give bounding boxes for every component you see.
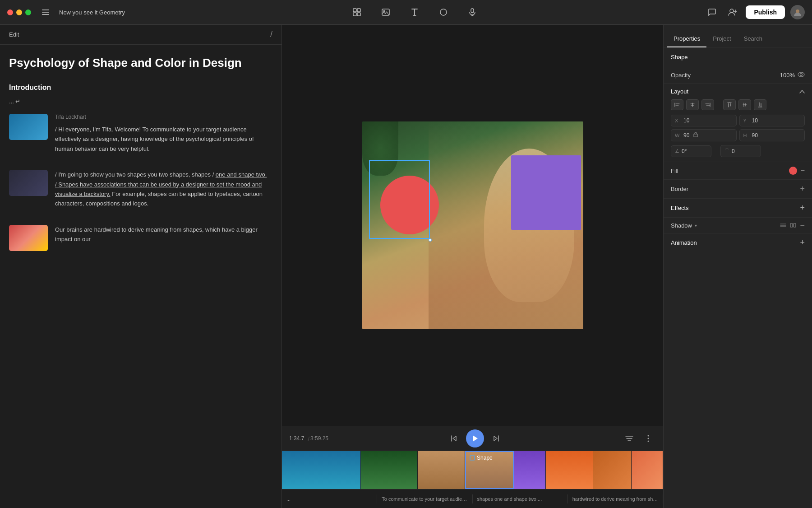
w-field[interactable]: W 90 [671, 129, 737, 141]
caption-4[interactable]: hardwired to derive meaning from shapes,… [568, 494, 663, 503]
align-middle-btn[interactable] [738, 99, 751, 110]
layout-section: Layout [664, 84, 812, 162]
para-2: / I'm going to show you two shapes you t… [55, 170, 268, 209]
timeline-right-controls [622, 431, 656, 446]
svg-point-13 [648, 435, 649, 437]
content-row-2: / I'm going to show you two shapes you t… [9, 170, 268, 216]
menu-icon[interactable] [39, 6, 52, 19]
svg-point-9 [440, 9, 447, 15]
minimize-button[interactable] [16, 9, 22, 15]
shadow-caret[interactable]: ▾ [695, 223, 697, 228]
align-right-btn[interactable] [701, 99, 714, 110]
timeline-area: 1:34.7 / 3:59.25 [282, 426, 663, 451]
chevron-up-icon[interactable] [799, 88, 805, 95]
filmstrip[interactable]: Shape [282, 451, 663, 489]
film-thumb-3[interactable] [418, 451, 465, 489]
tab-project[interactable]: Project [706, 31, 737, 47]
image-tool[interactable] [378, 4, 394, 20]
film-thumb-2[interactable] [361, 451, 418, 489]
thumbnail-3 [9, 225, 48, 251]
w-label: W [675, 133, 681, 138]
link-icon[interactable] [693, 132, 698, 139]
y-field[interactable]: Y 10 [739, 115, 805, 126]
shadow-label: Shadow [671, 222, 692, 229]
shadow-icons: − [780, 221, 805, 229]
corner-field[interactable]: ⌒ 0 [720, 145, 761, 157]
border-add-button[interactable]: + [800, 184, 805, 194]
svg-point-12 [796, 9, 799, 13]
caption-1[interactable]: ... [282, 494, 377, 503]
user-plus-icon[interactable] [725, 5, 740, 20]
mic-tool[interactable] [464, 4, 480, 20]
caption-3[interactable]: shapes one and shape two.... [473, 494, 568, 503]
edit-label: Edit [9, 31, 19, 38]
caption-2[interactable]: To communicate to your target audience..… [377, 494, 472, 503]
project-title: Now you see it Geometry [59, 9, 125, 16]
play-button[interactable] [466, 429, 484, 447]
animation-add-button[interactable]: + [800, 238, 805, 247]
skip-forward-button[interactable] [489, 431, 504, 446]
x-field[interactable]: X 10 [671, 115, 737, 126]
total-time: 3:59.25 [310, 435, 328, 442]
close-button[interactable] [7, 9, 13, 15]
tab-search[interactable]: Search [738, 31, 769, 47]
content-row-1: Tifa Lockhart / Hi everyone, I'm Tifa. W… [9, 114, 268, 161]
tab-properties[interactable]: Properties [667, 31, 706, 47]
video-preview[interactable] [362, 121, 583, 329]
shape-tool[interactable] [435, 4, 452, 20]
current-time: 1:34.7 [289, 435, 304, 442]
underline-text: one and shape two. / Shapes have associa… [55, 171, 267, 197]
text-tool[interactable] [406, 4, 423, 20]
timeline-sort-icon[interactable] [622, 431, 637, 446]
opacity-value: 100% [780, 72, 805, 79]
align-top-btn[interactable] [723, 99, 736, 110]
svg-rect-0 [42, 9, 49, 10]
shadow-preset-icon[interactable] [790, 223, 796, 228]
x-value: 10 [683, 117, 689, 124]
captions-bar: ... To communicate to your target audien… [282, 489, 663, 508]
traffic-lights [7, 9, 31, 15]
topbar-tools [130, 4, 699, 20]
film-thumb-4[interactable] [514, 451, 546, 489]
avatar[interactable] [790, 5, 805, 19]
align-center-btn[interactable] [686, 99, 699, 110]
fullscreen-button[interactable] [25, 9, 31, 15]
fill-row: Fill − [664, 162, 812, 180]
film-thumb-1[interactable] [282, 451, 361, 489]
text-block-3: Our brains are hardwired to derive meani… [55, 225, 268, 252]
film-thumb-6[interactable] [593, 451, 631, 489]
publish-button[interactable]: Publish [746, 5, 785, 19]
text-block-1: Tifa Lockhart / Hi everyone, I'm Tifa. W… [55, 114, 268, 161]
film-thumb-5[interactable] [546, 451, 593, 489]
fill-remove-button[interactable]: − [801, 167, 805, 175]
skip-back-button[interactable] [446, 431, 461, 446]
center-column: 1:34.7 / 3:59.25 [282, 25, 663, 508]
border-label: Border [671, 186, 688, 192]
effects-row: Effects + [664, 199, 812, 218]
selection-handle[interactable] [429, 238, 432, 242]
chat-icon[interactable] [704, 5, 720, 20]
timeline-more-icon[interactable] [641, 431, 656, 446]
left-panel-content[interactable]: Psychology of Shape and Color in Design … [0, 45, 281, 508]
preview-container [282, 25, 663, 426]
shadow-left: Shadow ▾ [671, 222, 697, 229]
align-bottom-btn[interactable] [754, 99, 766, 110]
h-field[interactable]: H 90 [739, 129, 805, 141]
para-3: Our brains are hardwired to derive meani… [55, 225, 268, 244]
y-value: 10 [752, 117, 758, 124]
align-left-btn[interactable] [671, 99, 683, 110]
fill-color-swatch[interactable] [789, 167, 797, 175]
film-thumb-7[interactable] [632, 451, 664, 489]
shadow-remove-button[interactable]: − [800, 221, 805, 229]
effects-add-button[interactable]: + [800, 203, 805, 213]
corner-symbol: ⌒ [724, 148, 729, 154]
shadow-adjust-icon[interactable] [780, 223, 786, 228]
shape-purple[interactable] [511, 155, 581, 230]
angle-symbol: ∠ [675, 148, 679, 154]
xywh-grid: X 10 Y 10 W 90 H [671, 115, 805, 141]
angle-field[interactable]: ∠ 0° [671, 145, 711, 157]
grid-tool[interactable] [349, 4, 365, 20]
eye-icon[interactable] [798, 72, 805, 79]
svg-point-14 [648, 438, 649, 439]
film-thumb-shape[interactable]: Shape [465, 451, 514, 489]
